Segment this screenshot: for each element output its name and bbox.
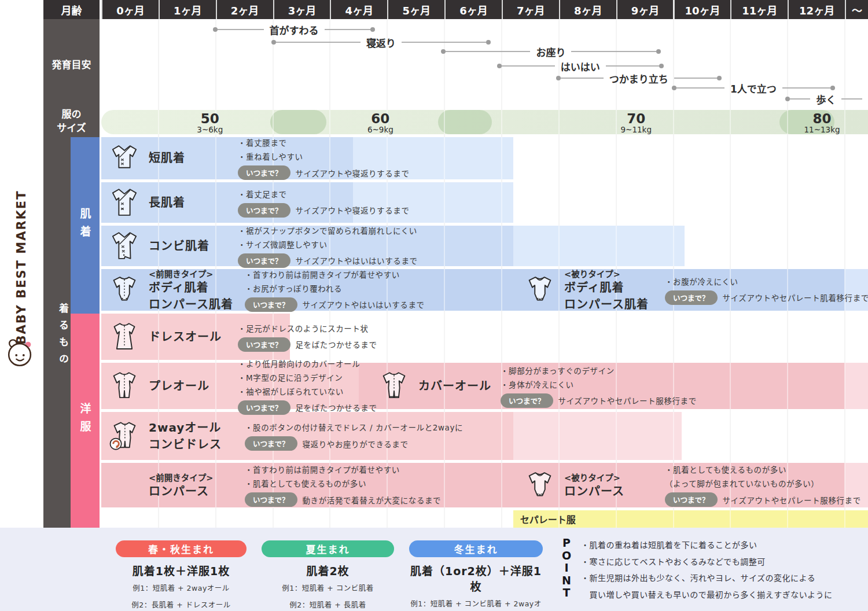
header-corner-cell: 月齢	[43, 0, 100, 19]
season-example: 例2：長肌着 + ドレスオール	[116, 599, 247, 611]
item-block: カバーオール・脚部分がまっすぐのデザイン・身体が冷えにくいいつまで？サイズアウト…	[378, 363, 697, 409]
season-example: 例2：短肌着 + 長肌着	[262, 599, 394, 611]
milestone-line	[276, 42, 361, 43]
item-title: ドレスオール	[149, 329, 230, 345]
item-title: 短肌着	[149, 150, 230, 167]
size-number: 70	[621, 112, 652, 126]
milestone-line	[571, 51, 656, 52]
season-card: 冬生まれ肌着（1or2枚）＋洋服1枚例1：短肌着 + コンビ肌着 + 2wayオ…	[409, 540, 543, 611]
romper-icon	[378, 367, 410, 404]
item-notes: ・首すわり前は前開きタイプが着せやすい・お尻がすっぽり覆われるいつまで？サイズア…	[245, 268, 425, 312]
rail-label-size-line2: サイズ	[43, 121, 100, 135]
item-note: （よって脚が包まれていないものが多い）	[665, 477, 861, 489]
milestone-line	[446, 51, 530, 52]
milestone-dot	[271, 40, 276, 45]
until-row: いつまで？サイズアウトや寝返りするまで	[238, 165, 410, 180]
until-badge: いつまで？	[665, 492, 718, 507]
size-label: 709~11kg	[621, 112, 652, 134]
milestone-line	[782, 87, 830, 89]
until-text: サイズアウトやはいはいするまで	[303, 299, 425, 310]
row-band-separate: セパレート服	[513, 510, 868, 528]
until-badge: いつまで？	[238, 203, 290, 218]
bodysuit-icon	[524, 467, 556, 504]
romper-snap-icon	[108, 467, 141, 504]
item-block: 長肌着・着丈足までいつまで？サイズアウトや寝返りするまで	[108, 182, 410, 223]
point-label: P O I N T	[560, 537, 573, 599]
header-month-7: 7ヶ月	[502, 0, 559, 19]
milestone-line	[674, 78, 717, 79]
size-weight: 6~9kg	[367, 126, 393, 134]
until-row: いつまで？足をばたつかせるまで	[238, 337, 377, 352]
underwear-section-rail: 肌着	[71, 137, 100, 314]
until-row: いつまで？動きが活発で着替えが大変になるまで	[245, 492, 441, 507]
size-weight: 3~6kg	[197, 126, 223, 134]
until-row: いつまで？サイズアウトやセパレート服移行まで	[501, 393, 697, 408]
milestone-label: はいはい	[555, 59, 606, 73]
item-note: ・着丈足まで	[238, 188, 410, 200]
season-example: 例1：短肌着 + コンビ肌着 + 2wayオール	[409, 598, 543, 611]
bodysuit-open-icon	[108, 271, 141, 308]
item-notes: ・着丈腰まで・重ね着しやすいいつまで？サイズアウトや寝返りするまで	[238, 137, 410, 180]
until-text: サイズアウトやはいはいするまで	[296, 255, 418, 266]
item-note: ・着丈腰まで	[238, 137, 410, 148]
until-text: 足をばたつかせるまで	[296, 338, 377, 350]
item-note: ・首すわり前は前開きタイプが着せやすい	[245, 268, 425, 280]
item-block: 2wayオールコンビドレス・股のボタンの付け替えでドレス / カバーオールと2w…	[108, 412, 463, 460]
baby-clothing-size-chart: BABY BEST MARKET 発育目安 服の サイズ 着るもの 肌着 洋服 …	[0, 0, 868, 611]
item-note: ・袖や裾がしぼられていない	[238, 385, 377, 397]
milestone-line	[606, 65, 659, 67]
until-badge: いつまで？	[238, 253, 290, 268]
row-band-two-way-all	[513, 412, 682, 460]
until-row: いつまで？寝返りやお座りができるまで	[245, 436, 463, 451]
item-note: ・お腹が冷えにくい	[665, 275, 868, 287]
item-title-group: コンビ肌着	[149, 238, 230, 255]
item-notes: ・裾がスナップボタンで留められ着崩れしにくい・サイズ微調整しやすいいつまで？サイ…	[238, 224, 418, 268]
item-title-group: 短肌着	[149, 150, 230, 167]
brand-logo-text: BABY BEST MARKET	[14, 190, 28, 344]
separate-row-label: セパレート服	[513, 510, 868, 528]
kimono-combi-icon	[108, 227, 141, 264]
milestone-お座り: お座り	[441, 45, 661, 58]
until-badge: いつまで？	[245, 436, 297, 451]
size-label: 503~6kg	[197, 112, 223, 134]
milestone-dot	[672, 86, 676, 90]
item-title-group: ドレスオール	[149, 329, 230, 345]
item-notes: ・脚部分がまっすぐのデザイン・身体が冷えにくいいつまで？サイズアウトやセパレート…	[501, 365, 697, 408]
milestone-dot	[486, 40, 491, 45]
until-badge: いつまで？	[501, 393, 553, 408]
header-month-6: 6ヶ月	[444, 0, 502, 19]
item-note: ・重ね着しやすい	[238, 150, 410, 162]
until-text: 寝返りやお座りができるまで	[303, 438, 409, 450]
grid-line-overlay	[501, 19, 502, 528]
point-notes: ・肌着の重ね着は短肌着を下に着ることが多い・寒さに応じてベストやおくるみなどでも…	[581, 537, 833, 603]
size-number: 60	[367, 112, 393, 126]
milestone-dot	[656, 49, 661, 54]
header-month-11: 11ヶ月	[730, 0, 788, 19]
header-month-1: 1ヶ月	[159, 0, 216, 19]
rail-label-size-line1: 服の	[43, 107, 100, 121]
item-note: ・肌着としても使えるものが多い	[665, 463, 861, 475]
season-example: 例1：短肌着 + 2wayオール	[116, 582, 247, 595]
footer-legend: 春・秋生まれ肌着1枚＋洋服1枚例1：短肌着 + 2wayオール例2：長肌着 + …	[0, 528, 868, 611]
milestone-dot	[370, 27, 375, 32]
until-text: 足をばたつかせるまで	[296, 402, 377, 413]
romper-open-icon	[108, 367, 141, 404]
milestone-dot	[441, 49, 446, 54]
milestone-line	[841, 98, 862, 100]
item-title-group: <被りタイプ>ロンパース	[564, 471, 657, 500]
milestone-label: お座り	[530, 45, 571, 59]
item-note: ・身体が冷えにくい	[501, 378, 697, 390]
until-badge: いつまで？	[238, 337, 290, 352]
season-card: 春・秋生まれ肌着1枚＋洋服1枚例1：短肌着 + 2wayオール例2：長肌着 + …	[116, 540, 247, 611]
item-title: ボディ肌着	[564, 279, 657, 296]
kimono-short-icon	[108, 140, 141, 177]
item-note: ・M字型の足に沿うデザイン	[238, 371, 377, 383]
until-text: サイズアウトや寝返りするまで	[296, 167, 410, 179]
milestone-label: 歩く	[810, 92, 841, 106]
item-title: ボディ肌着	[149, 279, 237, 296]
milestone-dot	[213, 27, 218, 32]
until-text: サイズアウトやセパレート服移行まで	[558, 395, 697, 406]
until-text: サイズアウトや寝返りするまで	[296, 204, 410, 216]
season-example: 例1：短肌着 + コンビ肌着	[262, 582, 394, 595]
item-notes: ・足元がドレスのようにスカート状いつまで？足をばたつかせるまで	[238, 322, 377, 352]
